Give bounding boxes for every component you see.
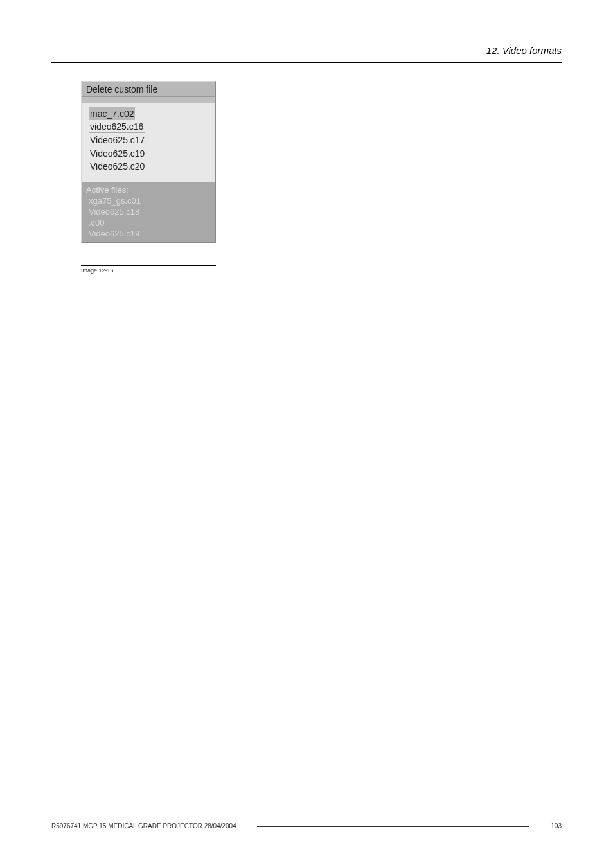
file-item[interactable]: Video625.c20 bbox=[89, 160, 208, 173]
file-item[interactable]: Video625.c17 bbox=[89, 134, 208, 146]
footer-divider bbox=[257, 826, 529, 827]
active-file-item: .c00 bbox=[86, 218, 211, 229]
page-header: 12. Video formats bbox=[486, 45, 562, 56]
caption-divider bbox=[81, 265, 216, 266]
active-file-item: Video625.c19 bbox=[86, 229, 211, 240]
file-item[interactable]: Video625.c19 bbox=[89, 147, 208, 160]
image-caption: Image 12-16 bbox=[81, 267, 114, 274]
file-item[interactable]: video625.c16 bbox=[89, 120, 145, 133]
active-files-list: xga75_gs.c01 Video625.c18 .c00 Video625.… bbox=[86, 196, 211, 240]
active-file-item: xga75_gs.c01 bbox=[86, 196, 211, 207]
footer-document-info: R5976741 MGP 15 MEDICAL GRADE PROJECTOR … bbox=[51, 822, 236, 829]
dialog-title: Delete custom file bbox=[81, 81, 216, 97]
file-item-selected[interactable]: mac_7.c02 bbox=[89, 107, 135, 120]
active-files-label: Active files: bbox=[86, 185, 211, 195]
page-number: 103 bbox=[551, 822, 562, 829]
dialog-spacer bbox=[81, 97, 216, 103]
active-file-item: Video625.c18 bbox=[86, 207, 211, 218]
delete-custom-file-dialog: Delete custom file mac_7.c02 video625.c1… bbox=[81, 81, 216, 243]
dialog-body: mac_7.c02 video625.c16 Video625.c17 Vide… bbox=[81, 103, 216, 182]
file-list: mac_7.c02 video625.c16 Video625.c17 Vide… bbox=[89, 107, 208, 173]
dialog-active-section: Active files: xga75_gs.c01 Video625.c18 … bbox=[81, 182, 216, 243]
header-divider bbox=[51, 62, 562, 63]
